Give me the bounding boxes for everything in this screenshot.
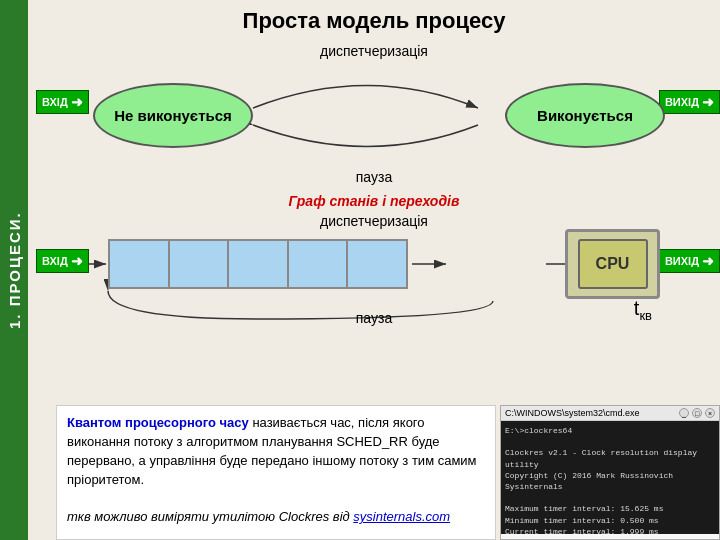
terminal-title: C:\WINDOWS\system32\cmd.exe [505, 408, 640, 418]
page-title: Проста модель процесу [28, 0, 720, 38]
dispatch-label-bottom: диспетчеризація [320, 213, 428, 229]
dispatch-label-top: диспетчеризація [320, 43, 428, 59]
exit-bottom-arrow-icon: ➜ [702, 253, 714, 269]
queue-seg-1 [110, 241, 170, 287]
sidebar: 1. ПРОЦЕСИ. [0, 0, 28, 540]
terminal-controls[interactable]: _ □ × [679, 408, 715, 418]
tkv-label: tкв [634, 297, 652, 323]
text-box: Квантом процесорного часу називається ча… [56, 405, 496, 540]
bottom-diagram: диспетчеризація ВХІД ➜ ВИХІД ➜ CPU tкв [28, 211, 720, 331]
terminal-maximize-btn[interactable]: □ [692, 408, 702, 418]
pause-label-top: пауза [356, 169, 392, 185]
queue-bar [108, 239, 408, 289]
text-link[interactable]: sysinternals.com [353, 509, 450, 524]
terminal-box: C:\WINDOWS\system32\cmd.exe _ □ × E:\>cl… [500, 405, 720, 540]
queue-seg-4 [289, 241, 349, 287]
exit-bottom-right: ВИХІД ➜ [659, 249, 720, 273]
graph-title: Граф станів і переходів [28, 193, 720, 209]
text-italic: ткв можливо виміряти утилітою Clockres в… [67, 509, 353, 524]
terminal-content: E:\>clockres64 Clockres v2.1 - Clock res… [501, 421, 719, 534]
terminal-minimize-btn[interactable]: _ [679, 408, 689, 418]
exit-top-right: ВИХІД ➜ [659, 90, 720, 114]
state-running: Виконується [505, 83, 665, 148]
top-diagram: ВХІД ➜ ВИХІД ➜ диспетчеризація Не викону… [28, 38, 720, 193]
terminal-titlebar: C:\WINDOWS\system32\cmd.exe _ □ × [501, 406, 719, 421]
exit-arrow-icon: ➜ [702, 94, 714, 110]
pause-label-bottom: пауза [356, 310, 392, 326]
entry-arrow-icon: ➜ [71, 94, 83, 110]
sidebar-label: 1. ПРОЦЕСИ. [6, 211, 23, 329]
cpu-box: CPU [565, 229, 660, 299]
queue-seg-2 [170, 241, 230, 287]
entry-bottom-arrow-icon: ➜ [71, 253, 83, 269]
state-not-running: Не виконується [93, 83, 253, 148]
entry-top-left-label: ВХІД [42, 96, 68, 108]
exit-top-right-label: ВИХІД [665, 96, 699, 108]
cpu-inner: CPU [578, 239, 648, 289]
queue-seg-5 [348, 241, 406, 287]
terminal-close-btn[interactable]: × [705, 408, 715, 418]
main-content: Проста модель процесу ВХІД ➜ [28, 0, 720, 540]
entry-bottom-left: ВХІД ➜ [36, 249, 89, 273]
text-highlight: Квантом процесорного часу [67, 415, 249, 430]
queue-seg-3 [229, 241, 289, 287]
entry-top-left: ВХІД ➜ [36, 90, 89, 114]
